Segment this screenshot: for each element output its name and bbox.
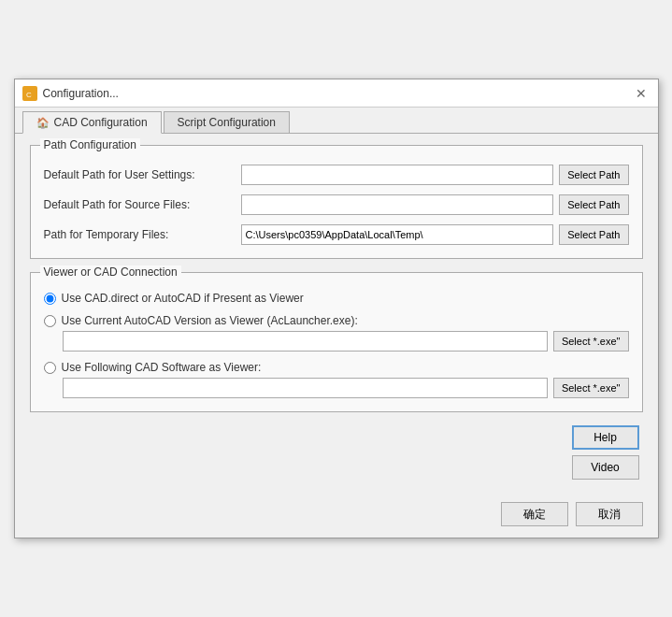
radio-autocad-version-label: Use Current AutoCAD Version as Viewer (A…: [62, 314, 358, 327]
viewer-section-title: Viewer or CAD Connection: [40, 265, 181, 279]
temp-files-row: Path for Temporary Files: Select Path: [44, 224, 629, 245]
title-bar: C Configuration... ✕: [15, 79, 658, 108]
title-bar-left: C Configuration...: [22, 86, 119, 101]
source-files-select-path-button[interactable]: Select Path: [559, 194, 628, 215]
tab-script-label: Script Configuration: [178, 116, 276, 129]
path-section-title: Path Configuration: [40, 138, 140, 151]
source-files-row: Default Path for Source Files: Select Pa…: [44, 194, 629, 215]
svg-text:C: C: [26, 91, 32, 99]
radio-autocad-version-row: Use Current AutoCAD Version as Viewer (A…: [44, 314, 629, 327]
radio-cad-direct-row: Use CAD.direct or AutoCAD if Present as …: [44, 292, 629, 305]
cancel-button[interactable]: 取消: [576, 502, 643, 526]
source-files-label: Default Path for Source Files:: [44, 198, 236, 211]
autocad-exe-input[interactable]: [63, 331, 548, 352]
radio-cad-software[interactable]: [44, 362, 56, 374]
ok-button[interactable]: 确定: [501, 502, 568, 526]
video-button[interactable]: Video: [572, 455, 639, 480]
cad-software-exe-input[interactable]: [63, 378, 548, 398]
radio-cad-software-label: Use Following CAD Software as Viewer:: [62, 361, 262, 374]
help-button[interactable]: Help: [572, 425, 639, 450]
cad-software-exe-select-button[interactable]: Select *.exe": [553, 378, 629, 398]
close-button[interactable]: ✕: [632, 84, 651, 103]
window-title: Configuration...: [43, 87, 119, 100]
content-area: Path Configuration Default Path for User…: [15, 134, 658, 495]
tab-script-configuration[interactable]: Script Configuration: [164, 111, 290, 133]
autocad-exe-input-row: Select *.exe": [63, 331, 629, 352]
radio-autocad-version-group: Use Current AutoCAD Version as Viewer (A…: [44, 314, 629, 352]
autocad-exe-select-button[interactable]: Select *.exe": [553, 331, 629, 352]
radio-cad-software-row: Use Following CAD Software as Viewer:: [44, 361, 629, 374]
user-settings-select-path-button[interactable]: Select Path: [559, 165, 628, 185]
path-configuration-section: Path Configuration Default Path for User…: [30, 145, 643, 259]
side-buttons-area: Help Video: [30, 425, 643, 480]
home-icon: 🏠: [36, 117, 50, 129]
tab-cad-configuration[interactable]: 🏠 CAD Configuration: [22, 111, 162, 134]
user-settings-input[interactable]: [241, 165, 554, 185]
temp-files-input[interactable]: [241, 224, 554, 245]
radio-cad-direct-label: Use CAD.direct or AutoCAD if Present as …: [62, 292, 304, 305]
user-settings-label: Default Path for User Settings:: [44, 168, 236, 181]
radio-cad-direct[interactable]: [44, 293, 56, 305]
app-icon: C: [22, 86, 37, 101]
temp-files-label: Path for Temporary Files:: [44, 228, 236, 241]
cad-software-exe-input-row: Select *.exe": [63, 378, 629, 398]
main-window: C Configuration... ✕ 🏠 CAD Configuration…: [14, 79, 659, 538]
radio-cad-software-group: Use Following CAD Software as Viewer: Se…: [44, 361, 629, 398]
footer-buttons: 确定 取消: [15, 495, 658, 538]
tab-cad-label: CAD Configuration: [54, 116, 148, 129]
user-settings-row: Default Path for User Settings: Select P…: [44, 165, 629, 185]
viewer-section: Viewer or CAD Connection Use CAD.direct …: [30, 272, 643, 412]
temp-files-select-path-button[interactable]: Select Path: [559, 224, 628, 245]
radio-autocad-version[interactable]: [44, 315, 56, 327]
source-files-input[interactable]: [241, 194, 554, 215]
tab-bar: 🏠 CAD Configuration Script Configuration: [15, 108, 658, 134]
